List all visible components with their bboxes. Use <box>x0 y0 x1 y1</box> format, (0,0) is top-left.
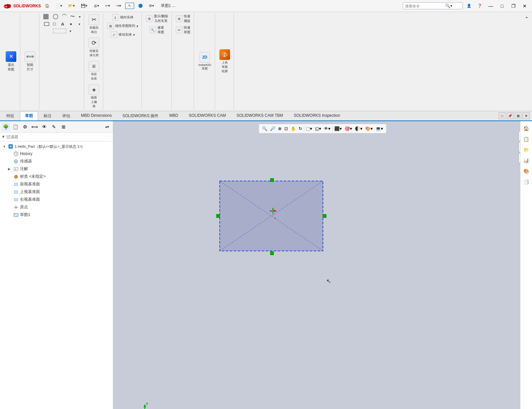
show-relations-button[interactable]: ⚙ 显示/删除几何关系 <box>144 13 169 24</box>
new-button[interactable]: 📄▾ <box>54 3 64 9</box>
minimize-button[interactable]: — <box>486 1 495 11</box>
tree-item-right-plane[interactable]: ▶ 右视基准面 <box>1 196 112 203</box>
select-button[interactable]: ↖ <box>125 3 134 9</box>
tab-undock-button[interactable]: □ <box>499 112 505 119</box>
tree-item-sketch1[interactable]: ▶ 草图1 <box>1 211 112 219</box>
tab-mbd-dimensions[interactable]: MBD Dimensions <box>76 111 117 120</box>
cons-line-button[interactable] <box>52 28 68 34</box>
undo-button[interactable]: ↩▾ <box>103 3 112 9</box>
vp-zoom-to-fit-button[interactable]: 🔍 <box>261 125 268 132</box>
move-entities-button[interactable]: ⤢ 移动实体 ▾ <box>109 31 136 39</box>
panel-propman-button[interactable]: 📋 <box>11 122 20 131</box>
tree-item-front-plane[interactable]: ▶ 前视基准面 <box>1 180 112 188</box>
vp-zoom-in-button[interactable]: 🔎 <box>269 125 276 132</box>
tab-pin-button[interactable]: 📌 <box>507 112 513 119</box>
point-button[interactable]: ● <box>69 21 77 27</box>
vp-hide-show-button[interactable]: 👁▾ <box>323 125 332 132</box>
offset-button[interactable]: ≡ 等距实体 <box>87 60 101 82</box>
arc-button[interactable] <box>60 13 68 20</box>
instant2d-button[interactable]: 2D Instant2D草图 <box>197 51 213 72</box>
trim-button[interactable]: ✂ 前裁实体(I) <box>87 13 101 35</box>
user-button[interactable]: 👤 <box>465 3 473 9</box>
tree-item-top-plane[interactable]: ▶ 上视基准面 <box>1 188 112 196</box>
right-layers-button[interactable]: 📋 <box>522 134 531 144</box>
vp-rotate-button[interactable]: ↻ <box>298 125 303 132</box>
tab-mbd[interactable]: MBD <box>164 111 183 120</box>
quick-snap-button[interactable]: ⊕ 快速捕捉 <box>174 13 192 24</box>
tab-inspection[interactable]: SOLIDWORKS Inspection <box>289 111 345 120</box>
vp-pan-button[interactable]: ✋ <box>290 125 297 132</box>
tree-item-sensors[interactable]: ▶ 传感器 <box>1 157 112 165</box>
right-data-button[interactable]: 📊 <box>522 156 531 165</box>
help-button[interactable]: ❓ <box>475 3 484 9</box>
color-outline-button[interactable]: 🎨 上色草图轮廓 <box>218 48 232 75</box>
rectangle-button[interactable] <box>43 21 51 27</box>
search-dropdown-icon[interactable]: ▾ <box>450 4 452 8</box>
tree-annotations-expand[interactable]: ▶ <box>8 167 12 171</box>
tab-plugins[interactable]: SOLIDWORKS 插件 <box>118 111 164 120</box>
line-button[interactable] <box>42 13 51 20</box>
right-home-button[interactable]: 🏠 <box>522 124 531 133</box>
more-draw2-button[interactable]: ▾ <box>77 21 82 27</box>
surface-button[interactable]: ◈ 曲面上偏移 <box>87 83 101 109</box>
linear-pattern-dropdown[interactable]: ▾ <box>136 24 138 28</box>
print-button[interactable]: 🖨▾ <box>92 3 101 9</box>
smart-dim-button[interactable]: ⟺ 智能尺寸 <box>23 50 37 73</box>
more-draw3-button[interactable]: ▾ <box>68 28 73 34</box>
tree-item-material[interactable]: ▶ 材质 <未指定> <box>1 173 112 180</box>
spline-button[interactable]: 〜 <box>69 13 77 20</box>
vp-zoom-box-button[interactable]: ⊕ <box>277 125 283 132</box>
tab-cam-tbm[interactable]: SOLIDWORKS CAM TBM <box>231 111 288 120</box>
rebuild-button[interactable]: 🔵 <box>136 3 145 9</box>
redo-button[interactable]: ↪▾ <box>114 3 123 9</box>
search-icon[interactable]: 🔍 <box>445 3 450 8</box>
vp-views-button[interactable]: ⬚▾ <box>305 125 313 132</box>
convert-button[interactable]: ⟳ 转换实体引用 <box>87 37 101 59</box>
more-draw-button[interactable]: ▾ <box>78 13 82 20</box>
panel-sketchman-button[interactable]: ✎ <box>50 122 58 131</box>
vp-view-orient-button[interactable]: 🎯▾ <box>344 125 353 132</box>
tree-item-origin[interactable]: ▶ 原点 <box>1 203 112 211</box>
repair-button[interactable]: 🔧 修复草图 <box>148 25 165 35</box>
search-input[interactable] <box>405 4 445 8</box>
tab-features[interactable]: 特征 <box>1 111 19 120</box>
close-button[interactable]: ✕ <box>520 1 529 11</box>
circle-button[interactable] <box>52 13 60 20</box>
viewport[interactable]: 🔍 🔎 ⊕ ⊡ ✋ ↻ ⬚▾ ◱▾ 👁▾ ⬛▾ 🎯▾ 🌓▾ 🎨▾ 💻▾ <box>113 121 532 409</box>
vp-display-style-button[interactable]: ◱▾ <box>314 125 322 132</box>
maximize-button[interactable]: □ <box>497 1 507 11</box>
right-text-button[interactable]: 📑 <box>522 177 531 186</box>
panel-dimman-button[interactable]: ⟺ <box>30 122 39 131</box>
linear-pattern-button[interactable]: ⊞ 线性草图阵列 ▾ <box>106 22 139 30</box>
tab-annotation[interactable]: 标注 <box>39 111 57 120</box>
right-files-button[interactable]: 📁 <box>522 145 531 154</box>
tree-root[interactable]: ▼ 1.Hello_Part（默认<<默认>_显示状态 1>) <box>1 143 112 150</box>
restore-button[interactable]: ❐ <box>509 1 518 11</box>
exit-sketch-button[interactable]: ✕ 退出草图 <box>4 50 18 73</box>
save-button[interactable]: 💾▾ <box>79 3 90 9</box>
tree-root-expand[interactable]: ▼ <box>3 145 7 148</box>
tree-item-annotations[interactable]: ▶ A 注解 <box>1 165 112 173</box>
move-dropdown[interactable]: ▾ <box>133 33 135 37</box>
vp-zoom-sheet-button[interactable]: ⊡ <box>283 125 289 132</box>
tab-evaluate[interactable]: 评估 <box>57 111 75 120</box>
ribbon-collapse-button[interactable]: ⌃ <box>523 15 530 23</box>
vp-shadows-button[interactable]: 🌓▾ <box>354 125 364 132</box>
tab-close-button[interactable]: ✕ <box>523 112 529 119</box>
tab-cam[interactable]: SOLIDWORKS CAM <box>184 111 231 120</box>
home-button[interactable]: 🏠 <box>43 3 52 9</box>
tab-expand-button[interactable]: ⊞ <box>515 112 521 119</box>
panel-more-button[interactable]: ⊞ <box>59 122 68 131</box>
tab-sketch[interactable]: 草图 <box>20 111 38 120</box>
panel-back-button[interactable]: ⇌ <box>103 122 112 131</box>
quick-sketch-button[interactable]: ✏ 快速草图 <box>174 25 192 35</box>
vp-appearance-button[interactable]: 🎨▾ <box>364 125 374 132</box>
tree-item-history[interactable]: ▶ History <box>1 150 112 157</box>
options-button[interactable]: ⚙▾ <box>147 3 156 9</box>
mirror-button[interactable]: ⫿ 镜向实体 <box>111 13 135 21</box>
vp-scene-button[interactable]: 💻▾ <box>375 125 384 132</box>
text-button[interactable]: A <box>60 21 68 27</box>
panel-featuremgr-button[interactable]: 🌳 <box>1 122 10 131</box>
polygon-button[interactable]: ⬡ <box>51 21 59 27</box>
vp-section-view-button[interactable]: ⬛▾ <box>333 125 343 132</box>
